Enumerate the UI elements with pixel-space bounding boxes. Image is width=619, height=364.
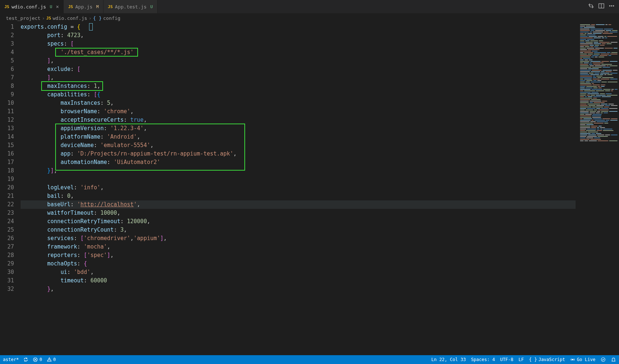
tab-label: wdio.conf.js (11, 4, 46, 10)
cursor-position[interactable]: Ln 22, Col 33 (431, 357, 466, 362)
branch-indicator[interactable]: aster* (3, 357, 19, 362)
breadcrumb[interactable]: test_project › JS wdio.conf.js › { } con… (0, 13, 619, 23)
chevron-right-icon: › (42, 15, 45, 21)
eol[interactable]: LF (519, 357, 524, 362)
editor-area: 1234567891011121314151617181920212223242… (0, 23, 619, 355)
svg-point-2 (609, 6, 610, 6)
minimap-content (580, 24, 618, 142)
compare-icon[interactable] (588, 3, 594, 10)
warnings-indicator[interactable]: 0 (47, 357, 56, 362)
tab-label: App.js (75, 4, 92, 10)
encoding[interactable]: UTF-8 (500, 357, 513, 362)
tab-label: App.test.js (115, 4, 146, 10)
minimap[interactable] (579, 23, 619, 355)
errors-indicator[interactable]: 0 (33, 357, 42, 362)
svg-point-7 (572, 359, 574, 360)
indentation[interactable]: Spaces: 4 (471, 357, 495, 362)
tab-status: U (50, 4, 52, 9)
svg-point-3 (611, 6, 612, 6)
tab-status: M (96, 4, 99, 9)
split-editor-icon[interactable] (598, 3, 604, 10)
symbol-icon: { } (93, 15, 102, 21)
tab-status: U (150, 4, 153, 9)
breadcrumb-project[interactable]: test_project (6, 15, 40, 21)
js-icon: JS (108, 4, 113, 9)
prettier-icon[interactable] (601, 357, 606, 362)
js-icon: JS (68, 4, 73, 9)
more-icon[interactable] (609, 3, 615, 10)
tab-app-test-js[interactable]: JS App.test.js U (103, 0, 158, 13)
status-bar: aster* 0 0 Ln 22, Col 33 Spaces: 4 UTF-8… (0, 355, 619, 364)
tab-bar-actions (588, 0, 619, 13)
tab-wdio-conf[interactable]: JS wdio.conf.js U × (0, 0, 64, 13)
breadcrumb-file[interactable]: wdio.conf.js (53, 15, 87, 21)
svg-point-8 (601, 358, 605, 362)
close-icon[interactable]: × (56, 4, 59, 10)
tab-bar: JS wdio.conf.js U × JS App.js M JS App.t… (0, 0, 619, 13)
code-content[interactable]: exports.config = { port: 4723, specs: [ … (21, 23, 579, 355)
go-live[interactable]: Go Live (570, 357, 595, 362)
js-icon: JS (46, 16, 51, 21)
svg-point-4 (613, 6, 614, 6)
line-numbers: 1234567891011121314151617181920212223242… (0, 23, 21, 355)
js-icon: JS (4, 4, 9, 9)
breadcrumb-symbol[interactable]: config (103, 15, 120, 21)
sync-icon[interactable] (23, 357, 28, 362)
notifications-icon[interactable] (611, 357, 616, 362)
language-mode[interactable]: { } JavaScript (529, 357, 565, 362)
code-editor[interactable]: 1234567891011121314151617181920212223242… (0, 23, 579, 355)
tab-app-js[interactable]: JS App.js M (64, 0, 103, 13)
chevron-right-icon: › (89, 15, 92, 21)
